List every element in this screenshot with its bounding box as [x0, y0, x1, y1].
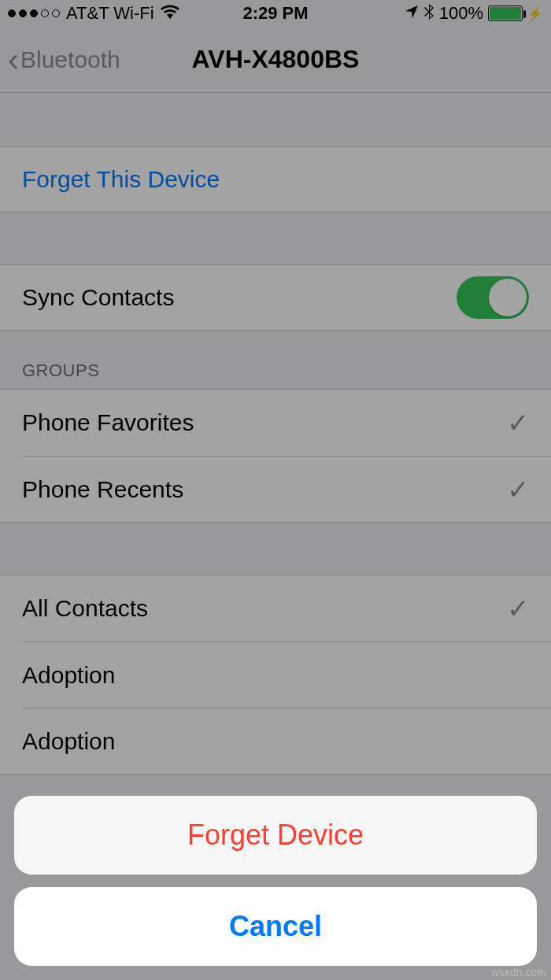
action-sheet-group: Forget Device	[14, 796, 537, 875]
forget-device-sheet-label: Forget Device	[187, 819, 364, 852]
action-sheet: Forget Device Cancel	[14, 796, 537, 966]
cancel-button[interactable]: Cancel	[14, 887, 537, 966]
watermark: wsxdn.com	[491, 966, 546, 978]
cancel-label: Cancel	[229, 910, 322, 943]
forget-device-button[interactable]: Forget Device	[14, 796, 537, 875]
screen: AT&T Wi-Fi 2:29 PM 100% ⚡ ‹ Bluetooth AV…	[0, 0, 551, 980]
